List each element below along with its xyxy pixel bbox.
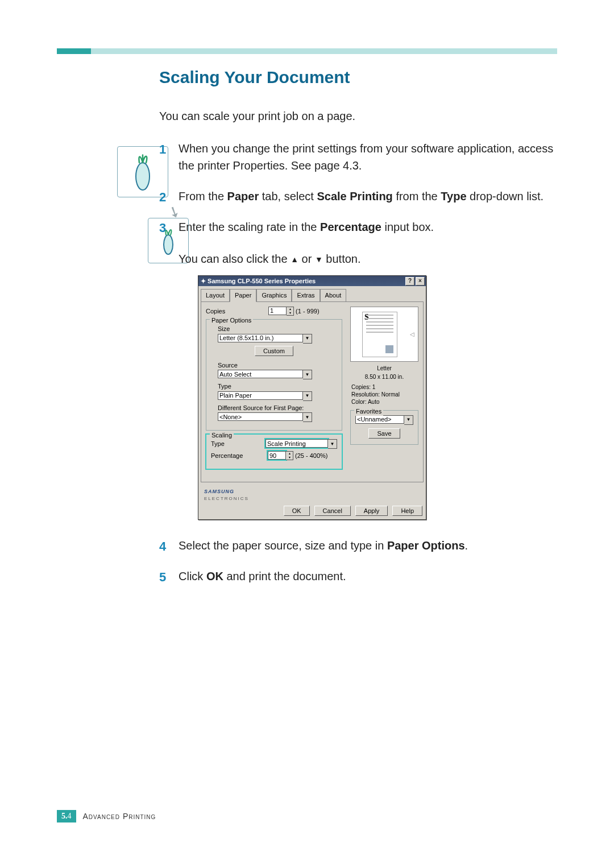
svg-point-0 xyxy=(136,163,150,190)
diff-first-page-dropdown[interactable]: ▼ xyxy=(218,412,312,422)
chevron-down-icon[interactable]: ▼ xyxy=(303,334,312,344)
chevron-down-icon[interactable]: ▼ xyxy=(303,370,312,379)
triangle-up-icon: ▲ xyxy=(291,255,298,264)
favorites-value[interactable] xyxy=(355,415,404,424)
triangle-down-icon: ▼ xyxy=(315,255,323,264)
spin-up-icon[interactable]: ▴ xyxy=(286,452,293,456)
source-dropdown[interactable]: ▼ xyxy=(218,370,312,379)
save-favorite-button[interactable]: Save xyxy=(368,428,400,439)
brand-sub: ELECTRONICS xyxy=(204,496,249,501)
percentage-spinner[interactable]: ▴▾ xyxy=(268,451,293,460)
tab-layout[interactable]: Layout xyxy=(201,289,230,302)
step-3: Enter the scaling rate in the Percentage… xyxy=(159,218,557,520)
papertype-dropdown[interactable]: ▼ xyxy=(218,391,312,401)
intro-text: You can scale your print job on a page. xyxy=(159,110,557,123)
scaling-type-label: Type xyxy=(211,439,255,449)
source-value[interactable] xyxy=(218,370,303,378)
tab-strip: Layout Paper Graphics Extras About xyxy=(198,286,426,301)
page-footer: 5.4 Advanced Printing xyxy=(57,810,156,822)
size-dropdown[interactable]: ▼ xyxy=(218,334,312,344)
paper-options-label: Paper Options xyxy=(210,316,253,325)
page-number: 4 xyxy=(68,812,72,820)
footer-title: Advanced Printing xyxy=(83,812,156,821)
spin-down-icon[interactable]: ▾ xyxy=(287,311,293,315)
chevron-down-icon[interactable]: ▼ xyxy=(404,415,413,425)
chevron-down-icon[interactable]: ▼ xyxy=(328,439,337,449)
source-label: Source xyxy=(218,361,337,370)
step-4: Select the paper source, size and type i… xyxy=(159,537,557,554)
percentage-input[interactable] xyxy=(268,451,286,460)
copies-input[interactable] xyxy=(268,307,287,315)
diff-first-page-value[interactable] xyxy=(218,412,303,421)
help-window-button[interactable]: ? xyxy=(405,277,414,286)
copies-label: Copies xyxy=(206,307,251,316)
diff-first-page-label: Different Source for First Page: xyxy=(218,403,337,413)
apply-button[interactable]: Apply xyxy=(355,506,388,516)
window-icon: ✦ xyxy=(201,276,206,286)
info-resolution: Resolution: Normal xyxy=(351,391,418,398)
tab-about[interactable]: About xyxy=(320,289,347,302)
tab-graphics[interactable]: Graphics xyxy=(256,289,292,302)
tab-paper[interactable]: Paper xyxy=(230,289,256,302)
page-title: Scaling Your Document xyxy=(159,68,557,87)
dialog-right-column: S ◁ Letter 8.50 x 11.00 in. Copies: 1 xyxy=(350,307,418,448)
copies-spinner[interactable]: ▴▾ xyxy=(268,307,294,316)
chevron-down-icon[interactable]: ▼ xyxy=(303,391,312,401)
preview-size-dim: 8.50 x 11.00 in. xyxy=(350,373,418,381)
close-window-button[interactable]: × xyxy=(416,277,425,286)
info-color: Color: Auto xyxy=(351,398,418,406)
help-button[interactable]: Help xyxy=(392,506,422,516)
step-3-note: You can also click the ▲ or ▼ button. xyxy=(179,250,557,267)
brand-name: SAMSUNG xyxy=(204,489,234,494)
paper-options-group: Paper Options Size ▼ Custom xyxy=(206,319,342,431)
tab-extras[interactable]: Extras xyxy=(292,289,320,302)
scaling-type-dropdown[interactable]: ▼ xyxy=(265,439,337,449)
size-value[interactable] xyxy=(218,334,303,342)
copies-range: (1 - 999) xyxy=(296,307,320,316)
brand-area: SAMSUNG ELECTRONICS xyxy=(198,485,426,503)
scaling-type-value[interactable] xyxy=(265,439,328,448)
papertype-value[interactable] xyxy=(218,391,303,400)
section-rule xyxy=(57,48,557,54)
printer-properties-dialog: ✦ Samsung CLP-550 Series Properties ? × … xyxy=(198,275,426,520)
size-label: Size xyxy=(218,324,337,334)
scaling-label: Scaling xyxy=(210,431,234,440)
spin-down-icon[interactable]: ▾ xyxy=(286,456,293,460)
chevron-down-icon[interactable]: ▼ xyxy=(303,412,312,422)
custom-size-button[interactable]: Custom xyxy=(255,346,293,356)
type-label: Type xyxy=(218,382,337,391)
percentage-range: (25 - 400%) xyxy=(295,451,327,461)
info-copies: Copies: 1 xyxy=(351,383,418,391)
step-1: When you change the print settings from … xyxy=(159,140,557,174)
dialog-titlebar: ✦ Samsung CLP-550 Series Properties ? × xyxy=(198,276,426,286)
cancel-button[interactable]: Cancel xyxy=(314,506,351,516)
favorites-dropdown[interactable]: ▼ xyxy=(355,415,413,425)
preview-size-name: Letter xyxy=(350,364,418,373)
tab-body: Copies ▴▾ (1 - 999) Paper Options xyxy=(201,301,424,482)
dialog-title: Samsung CLP-550 Series Properties xyxy=(208,276,316,286)
page-preview: S ◁ xyxy=(350,307,418,362)
ok-button[interactable]: OK xyxy=(284,506,310,516)
spin-up-icon[interactable]: ▴ xyxy=(287,307,293,311)
chapter-number: 5. xyxy=(61,812,68,820)
steps-list: When you change the print settings from … xyxy=(159,140,557,585)
favorites-label: Favorites xyxy=(354,407,383,416)
chapter-page-box: 5.4 xyxy=(57,810,76,822)
step-2: From the Paper tab, select Scale Printin… xyxy=(159,188,557,205)
dialog-footer: OK Cancel Apply Help xyxy=(198,502,426,519)
step-1-text: When you change the print settings from … xyxy=(179,142,553,172)
step-5: Click OK and print the document. xyxy=(159,568,557,585)
scaling-group: Scaling Type ▼ xyxy=(206,434,342,469)
percentage-label: Percentage xyxy=(211,451,256,461)
